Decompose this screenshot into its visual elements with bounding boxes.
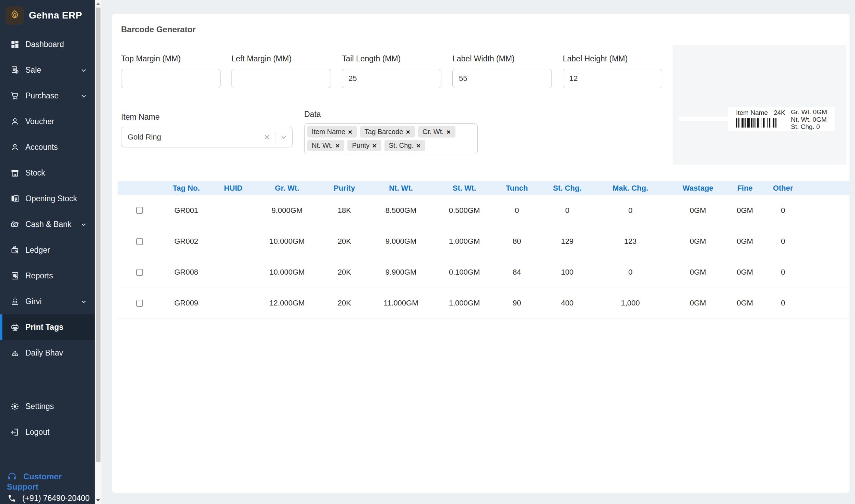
scrollbar-thumb[interactable] — [96, 8, 100, 462]
cell-st-chg: 400 — [537, 288, 597, 319]
cell-fine: 0GM — [733, 257, 757, 288]
column-header: Fine — [733, 181, 757, 195]
row-checkbox[interactable] — [136, 269, 143, 276]
app-logo: Gehna ERP — [0, 0, 95, 31]
column-header: Tunch — [497, 181, 537, 195]
ingots-icon — [10, 348, 20, 358]
sidebar-item[interactable]: Logout — [0, 419, 95, 445]
logout-icon — [10, 428, 20, 437]
cell-tunch: 84 — [497, 257, 537, 288]
scrollbar-down-arrow[interactable] — [95, 497, 102, 503]
support-phone-number: (+91) 76490-20400 — [22, 494, 90, 503]
cell-huid — [211, 257, 255, 288]
sidebar-scrollbar[interactable] — [95, 0, 102, 504]
barcode — [736, 118, 777, 128]
customer-support-link[interactable]: Customer Support — [7, 471, 77, 492]
preview-st-chg: St. Chg. 0 — [791, 123, 827, 131]
cell-tunch: 80 — [497, 226, 537, 257]
sidebar-item[interactable]: Voucher — [0, 109, 95, 134]
cell-tag-no: GR001 — [161, 195, 211, 226]
field-input[interactable] — [563, 69, 662, 88]
field-label: Left Margin (MM) — [231, 54, 331, 63]
sale-icon — [10, 65, 20, 75]
column-header: Tag No. — [161, 181, 211, 195]
sidebar-item[interactable]: Ledger — [0, 237, 95, 263]
cell-huid — [211, 195, 255, 226]
cell-fine: 0GM — [733, 288, 757, 319]
gear-icon — [10, 402, 20, 411]
cell-spacer — [809, 288, 850, 319]
chevron-down-icon — [80, 298, 87, 305]
cell-mak-chg: 123 — [597, 226, 663, 257]
data-tag-chip: St. Chg.× — [384, 140, 426, 151]
data-tag-chip: Nt. Wt.× — [307, 140, 344, 151]
sidebar-item-label: Accounts — [25, 143, 58, 152]
field-input[interactable] — [342, 69, 441, 88]
support-phone[interactable]: (+91) 76490-20400 — [8, 494, 90, 503]
field-label: Label Height (MM) — [563, 54, 662, 63]
cell-fine: 0GM — [733, 226, 757, 257]
chevron-down-icon[interactable] — [275, 134, 292, 141]
sidebar-item-label: Reports — [25, 271, 53, 280]
sidebar-item[interactable]: Stock — [0, 160, 95, 186]
report-icon — [10, 271, 20, 280]
field-input[interactable] — [231, 69, 331, 88]
cell-purity: 20K — [319, 226, 370, 257]
tags-table: Tag No. HUID Gr. Wt. Purity Nt. Wt. St. … — [118, 181, 850, 319]
table-row: GR001 9.000GM 18K 8.500GM 0.500GM 0 0 0 … — [118, 195, 850, 226]
remove-tag-icon[interactable]: × — [370, 142, 379, 149]
column-header: Purity — [319, 181, 370, 195]
sidebar-item[interactable]: Daily Bhav — [0, 340, 95, 366]
remove-tag-icon[interactable]: × — [333, 142, 342, 149]
row-checkbox[interactable] — [136, 300, 143, 307]
cell-spacer — [809, 195, 850, 226]
column-header — [118, 181, 161, 195]
sidebar-item-label: Logout — [25, 428, 49, 437]
cell-mak-chg: 1,000 — [597, 288, 663, 319]
cell-st-wt: 1.000GM — [432, 288, 497, 319]
cell-other: 0 — [757, 288, 809, 319]
cell-nt-wt: 9.900GM — [370, 257, 432, 288]
remove-tag-icon[interactable]: × — [403, 128, 413, 135]
scrollbar-up-arrow[interactable] — [95, 1, 102, 7]
sidebar-item[interactable]: Girvi — [0, 289, 95, 314]
sidebar-item[interactable]: Opening Stock — [0, 186, 95, 212]
cell-tunch: 0 — [497, 195, 537, 226]
cash-icon — [10, 220, 20, 229]
item-name-select[interactable]: Gold Ring × — [121, 127, 293, 147]
remove-tag-icon[interactable]: × — [414, 142, 423, 149]
cell-other: 0 — [757, 195, 809, 226]
cell-st-wt: 0.100GM — [432, 257, 497, 288]
sidebar-item[interactable]: Sale — [0, 57, 95, 83]
remove-tag-icon[interactable]: × — [345, 128, 355, 135]
remove-tag-icon[interactable]: × — [444, 128, 453, 135]
preview-gr-wt: Gr. Wt. 0GM — [791, 108, 827, 116]
cell-tunch: 90 — [497, 288, 537, 319]
sidebar-item[interactable]: Cash & Bank — [0, 212, 95, 237]
field-input[interactable] — [452, 69, 552, 88]
sidebar-item[interactable]: Reports — [0, 263, 95, 289]
sidebar-item[interactable]: Purchase — [0, 83, 95, 109]
sidebar-item-label: Purchase — [25, 91, 59, 100]
dashboard-icon — [10, 40, 20, 49]
printer-icon — [10, 323, 20, 332]
cell-nt-wt: 9.000GM — [370, 226, 432, 257]
preview-item-name: Item Name — [736, 109, 768, 117]
sidebar-item-label: Opening Stock — [25, 194, 77, 203]
data-tag-chip: Item Name× — [307, 126, 357, 137]
logo-gem-icon — [5, 6, 24, 25]
clear-icon[interactable]: × — [259, 132, 275, 142]
row-checkbox[interactable] — [136, 207, 143, 214]
sidebar-item[interactable]: Settings — [0, 394, 95, 419]
cell-purity: 20K — [319, 257, 370, 288]
data-multiselect[interactable]: Item Name× Tag Barcode× Gr. Wt.× Nt. Wt.… — [304, 123, 478, 154]
label-preview: Item Name 24K Gr. Wt. 0GM Nt. Wt. 0GM St… — [728, 107, 835, 131]
page-title: Barcode Generator — [121, 25, 195, 34]
sidebar-item[interactable]: Dashboard — [0, 32, 95, 57]
data-tag-chip: Tag Barcode× — [360, 126, 415, 137]
column-header: Other — [757, 181, 809, 195]
row-checkbox[interactable] — [136, 238, 143, 245]
sidebar-item[interactable]: Accounts — [0, 134, 95, 160]
field-input[interactable] — [121, 69, 221, 88]
sidebar-item[interactable]: Print Tags — [0, 314, 95, 340]
